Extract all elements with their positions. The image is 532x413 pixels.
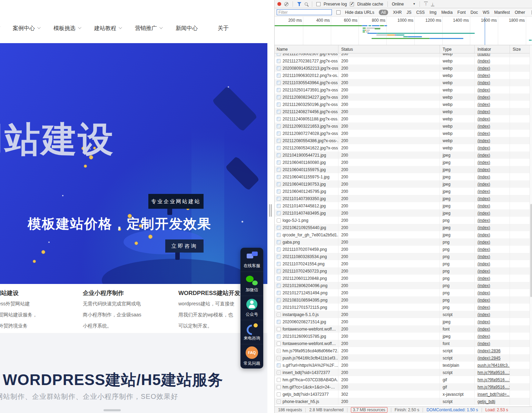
request-initiator-link[interactable]: (index) [477,124,490,129]
disable-cache-checkbox[interactable] [350,2,354,6]
request-initiator-link[interactable]: (index):2845 [477,356,501,361]
request-row[interactable]: 2021112408051188.jpg?x-oss…200webp(index… [275,115,530,122]
request-row[interactable]: 2021120808234227.jpg?x-oss…200webp(index… [275,94,530,101]
request-initiator-link[interactable]: (index) [477,175,490,179]
request-initiator-link[interactable]: (index) [477,80,490,85]
horizontal-scrollbar-thumb[interactable] [104,409,121,411]
request-row[interactable]: phone-tracker_h5.js200scriptgetjs_bdtj [275,398,530,405]
request-row[interactable]: 2021102501473591.jpg?x-oss…200webp(index… [275,86,530,94]
request-row[interactable]: 2021062109255440.jpg200jpeg(index) [275,224,530,231]
request-initiator-link[interactable]: (index) [477,291,490,295]
request-initiator-link[interactable]: (index) [477,276,490,281]
request-initiator-link[interactable]: hm.js?9fa9516…:… [477,377,510,382]
request-row[interactable]: 2021060401245795.jpg200jpeg(index) [275,188,530,195]
preserve-log-checkbox[interactable] [316,2,321,6]
request-initiator-link[interactable]: (index) [477,117,490,121]
request-initiator-link[interactable]: (index) [477,262,490,266]
request-initiator-link[interactable]: (index) [477,211,490,216]
request-initiator-link[interactable]: (index) [477,53,490,56]
filter-input[interactable] [277,9,332,15]
request-initiator-link[interactable]: (index) [477,88,490,92]
request-row[interactable]: 2021101407445812.jpg200jpeg(index) [275,202,530,209]
request-initiator-link[interactable]: (index) [477,204,490,208]
request-initiator-link[interactable]: getjs_bdtj [477,399,495,404]
request-initiator-link[interactable]: insert_bdtj?sid=… [477,392,510,397]
clear-icon[interactable] [284,2,288,6]
request-initiator-link[interactable]: (index) [477,269,490,274]
request-row[interactable]: 2021120601120848.png200png(index) [275,275,530,282]
nav-item-about[interactable]: 关于 [218,25,229,32]
request-row[interactable]: 2020080914352213.jpg?x-oss…200webp(index… [275,65,530,72]
request-row[interactable]: hm.gif?hca=037CD3BAB4DA…200gifhm.js?9fa9… [275,376,530,383]
request-row[interactable]: 2021060401160080.jpg200jpeg(index) [275,159,530,166]
requests-scrollbar[interactable] [530,45,532,406]
request-initiator-link[interactable]: (index) [477,109,490,114]
request-initiator-link[interactable]: (index) [477,102,490,107]
filter-type-js[interactable]: JS [406,10,411,15]
request-row[interactable]: qrcode_for_gh_7e801a2b5d1…200jpeg(index) [275,231,530,238]
request-row[interactable]: 2021110803283534.png200png(index) [275,253,530,260]
request-row[interactable]: getjs_bdtj?sid=14372377302x-javascriptin… [275,391,530,398]
column-header-name[interactable]: Name [275,45,338,53]
request-row[interactable]: 2021112408274456.jpg?x-oss…200webp(index… [275,108,530,115]
column-header-type[interactable]: Type [440,45,475,53]
filter-type-all[interactable]: All [379,10,388,15]
request-initiator-link[interactable]: (index) [477,95,490,100]
float-menu-item[interactable]: 在线客服 [240,248,263,272]
request-initiator-link[interactable]: (index) [477,240,490,245]
request-row[interactable]: instantpage-5.1.0.js200script(index) [275,311,530,318]
request-row[interactable]: 2021083108594395.png200png(index) [275,296,530,304]
request-initiator-link[interactable]: (index) [477,319,490,324]
request-row[interactable]: 2021060401155975-1.jpg200jpeg(index) [275,173,530,180]
request-initiator-link[interactable]: (index) [477,189,490,194]
request-row[interactable]: fontawesome-webfont.woff…200font(index) [275,340,530,347]
nav-item[interactable]: 建站教程 [94,25,121,32]
request-row[interactable]: s.gif?url=https%3A%2F%2F…200text/plainpu… [275,362,530,369]
request-row[interactable]: fontawesome-webfont.woff…200font(index) [275,325,530,333]
request-initiator-link[interactable]: (index) [477,160,490,165]
request-row[interactable]: 2021041900544721.jpg200jpeg(index) [275,151,530,159]
network-overview-waterfall[interactable]: 200 ms400 ms600 ms800 ms1000 ms1200 ms14… [275,17,532,45]
filter-type-xhr[interactable]: XHR [393,10,402,15]
search-icon[interactable] [305,2,308,6]
request-row[interactable]: 2021120807274028.jpg?x-oss…200webp(index… [275,130,530,137]
float-menu-item[interactable]: 加微信 [240,272,263,296]
request-initiator-link[interactable]: (index) [477,254,490,259]
filter-type-manifest[interactable]: Manifest [494,10,510,15]
request-initiator-link[interactable]: (index) [477,153,490,158]
request-row[interactable]: 2021012712451494.png200png(index) [275,289,530,296]
request-initiator-link[interactable]: (index) [477,167,490,172]
request-initiator-link[interactable]: (index) [477,312,490,317]
request-row[interactable]: 2021120903221653.jpg?x-oss…200webp(index… [275,122,530,130]
request-row[interactable]: hm.js?9fa9516cd4d6d066e72…200script(inde… [275,347,530,354]
nav-item[interactable]: 案例中心 [13,25,40,32]
request-row[interactable]: insert_bdtj?sid=14372377200scripthm.js?9… [275,369,530,376]
nav-item[interactable]: 新闻中心 [176,25,198,32]
request-initiator-link[interactable]: (index) [477,196,490,201]
request-initiator-link[interactable]: (index) [477,225,490,230]
request-row[interactable]: 2021112703002507.jpg?x-oss…200webp(index… [275,53,530,57]
filter-type-ws[interactable]: WS [483,10,489,15]
request-initiator-link[interactable]: (index) [477,341,490,346]
request-initiator-link[interactable]: (index) [477,327,490,332]
request-initiator-link[interactable]: (index) [477,131,490,136]
request-initiator-link[interactable]: (index) [477,298,490,303]
hide-data-urls-checkbox[interactable] [336,10,341,14]
filter-type-img[interactable]: Img [430,10,436,15]
filter-icon[interactable] [297,2,302,6]
column-header-status[interactable]: Status [338,45,440,53]
filter-type-css[interactable]: CSS [416,10,425,15]
column-header-initiator[interactable]: Initiator [475,45,510,53]
request-initiator-link[interactable]: (index) [477,233,490,237]
request-initiator-link[interactable]: (index) [477,247,490,252]
request-initiator-link[interactable]: (index) [477,218,490,223]
request-initiator-link[interactable]: (index):2836 [477,348,501,353]
request-initiator-link[interactable]: (index) [477,138,490,143]
filter-type-other[interactable]: Other [515,10,525,15]
request-row[interactable]: 2021110305543964.jpg?x-oss…200webp(index… [275,79,530,86]
request-row[interactable]: hm.gif?cc=1&ck=1&cl=24-…200gifhm.js?9fa9… [275,383,530,391]
request-row[interactable]: 2021012609015785.jpg200jpeg(index) [275,333,530,340]
import-har-icon[interactable]: ↑ [424,2,428,6]
request-row[interactable]: 202111070241554.png200png(index) [275,260,530,267]
request-initiator-link[interactable]: (index) [477,59,490,63]
